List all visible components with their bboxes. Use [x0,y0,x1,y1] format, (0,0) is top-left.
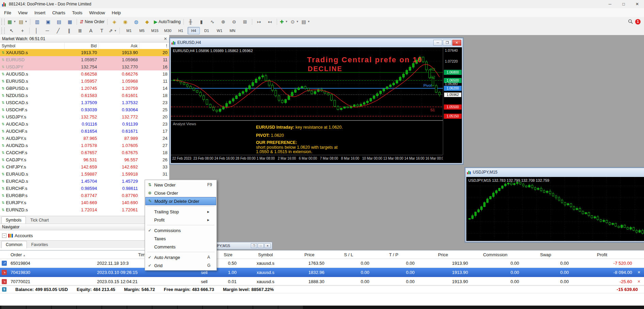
dropdown-caret-icon[interactable]: ▼ [25,20,27,23]
menu-charts[interactable]: Charts [49,9,68,17]
tab-favorites[interactable]: Favorites [27,241,52,248]
candlestick-type-button[interactable]: ▮ [196,18,207,26]
context-menu-profit[interactable]: Profit▸ [145,216,216,224]
menu-view[interactable]: View [15,9,31,17]
market-button[interactable]: ◈ [109,18,120,26]
market-watch-row-cadjpy-s[interactable]: ⇅CADJPY.s96.53196.55726 [0,156,169,163]
orders-column-size[interactable]: Size [218,252,238,257]
timeframe-h4[interactable]: H4 [188,27,200,34]
market-watch-row-audjpy-s[interactable]: ⇅AUDJPY.s87.96587.98924 [0,135,169,142]
market-watch-row-eurjpy-s[interactable]: ⇅EURJPY.s140.669140.690 [0,199,169,206]
timeframe-h1[interactable]: H1 [175,27,187,34]
context-menu-grid[interactable]: ✓GridG [145,261,216,270]
orders-column-symbol[interactable]: Symbol [238,252,293,257]
menu-window[interactable]: Window [86,9,108,17]
market-watch-row-nzdusd-s[interactable]: ⇅NZDUSD.s0.615830.6160118 [0,92,169,99]
mw-column-[interactable]: ! [140,43,169,49]
new-chart-button[interactable]: ▦▼ [6,18,17,26]
tile-windows-button[interactable]: ⊞ [240,18,251,26]
cursor-tool[interactable]: ↖ [6,27,17,35]
minimized-chart-bar[interactable]: JPY,M15 ❐ □ ✕ [208,242,272,249]
tab-tick-chart[interactable]: Tick Chart [26,216,53,224]
market-watch-row-usdcad-s[interactable]: ⇅USDCAD.s1.375091.3753223 [0,99,169,106]
context-menu-trailing-stop[interactable]: Trailing Stop▸ [145,208,216,216]
market-watch-row-gbpusd-s[interactable]: ⇅GBPUSD.s1.207451.2075914 [0,85,169,92]
signals-button[interactable]: ◉ [120,18,131,26]
trendline-tool[interactable]: ╱ [53,27,64,35]
timeframe-d1[interactable]: D1 [200,27,213,34]
context-menu-new-order[interactable]: ⇅New OrderF9 [145,181,216,189]
orders-column-swap[interactable]: Swap [521,252,570,257]
mw-column-bid[interactable]: Bid [65,43,99,49]
timeframe-mn[interactable]: MN [226,27,239,34]
label-tool[interactable]: T [96,27,107,35]
min-chart-maximize-button[interactable]: □ [258,243,264,248]
horizontal-line-tool[interactable]: ─ [42,27,53,35]
market-watch-toggle[interactable]: ▥ [32,18,43,26]
menu-help[interactable]: Help [108,9,124,17]
chart-close-button[interactable]: ✕ [452,40,461,46]
context-menu-close-order[interactable]: ⊗Close Order [145,189,216,197]
context-menu-auto-arrange[interactable]: ✓Auto ArrangeA [145,253,216,261]
context-menu-commissions[interactable]: ✓Commissions [145,226,216,234]
terminal-tab-strip[interactable] [0,306,644,309]
market-watch-row-audcad-s[interactable]: ⇅AUDCAD.s0.911160.9113923 [0,120,169,128]
bar-chart-type-button[interactable]: ╫ [185,18,196,26]
market-watch-row-usdjpy[interactable]: ⇅USDJPY132.754132.77016 [0,63,169,70]
fibonacci-tool[interactable]: ≣ [75,27,85,35]
templates-button[interactable]: ▤▼ [300,18,311,26]
vps-button[interactable]: ◆ [142,18,152,26]
order-row-70419830[interactable]: ↘704198302023.03.10 09:26:15sell1.00xauu… [0,268,644,277]
order-row-65019804[interactable]: ↗650198042022.11.18 10:30.50xauusd.s1763… [0,259,644,268]
tab-symbols[interactable]: Symbols [1,216,26,224]
market-watch-row-audnzd-s[interactable]: ⇅AUDNZD.s1.075781.0760527 [0,142,169,149]
market-watch-row-euraud-s[interactable]: ⇅EURAUD.s1.598871.5991831 [0,170,169,178]
orders-column-sl[interactable]: S / L [326,252,371,257]
orders-column-order[interactable]: Order▲ [9,252,95,257]
notification-badge[interactable]: 1 [635,19,641,25]
profiles-button[interactable]: ▤▼ [17,18,29,26]
market-watch-row-xauusd-s[interactable]: ⇅XAUUSD.s1913.701913.9020 [0,49,169,56]
market-watch-row-eurgbp-s[interactable]: ⇅EURGBP.s0.877470.87760 [0,192,169,199]
line-chart-type-button[interactable]: ∿ [207,18,218,26]
market-watch-row-usdjpy-s[interactable]: ⇅USDJPY.s132.752132.77220 [0,113,169,120]
market-watch-row-eurusd[interactable]: ⇅EURUSD1.059571.0596811 [0,56,169,63]
tree-expand-icon[interactable]: − [2,233,6,238]
new-order-button[interactable]: ⇵New Order [78,18,106,26]
market-watch-row-chfjpy-s[interactable]: ⇅CHFJPY.s142.659142.69233 [0,163,169,170]
market-watch-row-eurcad-s[interactable]: ⇅EURCAD.s1.457041.45729 [0,178,169,185]
menu-insert[interactable]: Insert [31,9,49,17]
market-watch-row-eurchf-s[interactable]: ⇅EURCHF.s0.985940.98611 [0,185,169,192]
indicators-button[interactable]: ✚▼ [278,18,289,26]
close-order-icon[interactable]: ✕ [634,270,644,275]
community-button[interactable]: ◍ [131,18,142,26]
orders-column-tp[interactable]: T / P [371,252,416,257]
maximize-button[interactable]: □ [617,0,630,8]
tab-common[interactable]: Common [1,241,27,248]
usdjpy-window-titlebar[interactable]: USDJPY,M15 [466,168,644,176]
toolbar-grip[interactable] [1,19,5,25]
crosshair-tool[interactable]: + [17,27,28,35]
chart-restore-button[interactable]: ❐ [443,40,452,46]
zoom-in-button[interactable]: ⊕ [218,18,229,26]
dropdown-caret-icon[interactable]: ▼ [285,20,288,23]
close-button[interactable]: ✕ [630,0,644,8]
minimize-button[interactable]: ─ [603,0,617,8]
market-watch-row-eurnzd-s[interactable]: ⇅EURNZD.s1.720141.72061 [0,206,169,213]
order-row-70770021[interactable]: ↘707700212023.03.15 12:04:21sell0.01xauu… [0,277,644,286]
market-watch-row-usdchf-s[interactable]: ⇅USDCHF.s0.930390.9306425 [0,106,169,113]
min-chart-restore-button[interactable]: ❐ [251,243,257,248]
periods-button[interactable]: ⊙▼ [289,18,300,26]
dropdown-caret-icon[interactable]: ▼ [114,29,117,32]
context-menu-taxes[interactable]: Taxes [145,234,216,243]
timeframe-w1[interactable]: W1 [213,27,226,34]
market-watch-close-icon[interactable]: ✕ [164,36,167,41]
zoom-out-button[interactable]: ⊖ [229,18,240,26]
menu-file[interactable]: File [1,9,15,17]
market-watch-row-eurusd-s[interactable]: ⇅EURUSD.s1.059571.0596811 [0,78,169,85]
mw-column-ask[interactable]: Ask [99,43,140,49]
chart-shift-button[interactable]: ↤ [264,18,275,26]
text-tool[interactable]: A [85,27,96,35]
timeframe-m15[interactable]: M15 [149,27,161,34]
mw-column-symbol[interactable]: Symbol [0,43,65,49]
